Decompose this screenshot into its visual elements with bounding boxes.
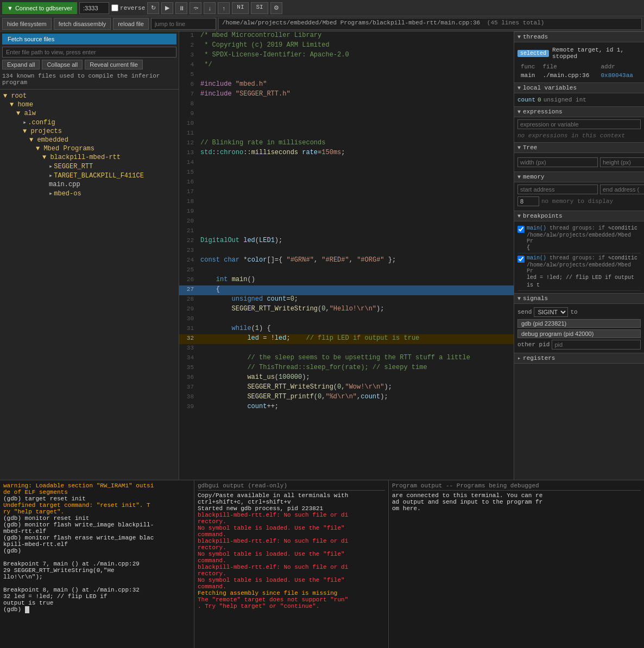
fetch-source-button[interactable]: Fetch source files [2,34,176,45]
collapse-all-button[interactable]: Collapse all [42,60,83,69]
threads-collapse-icon: ▼ [517,34,521,40]
threads-content: selected Remote target, id 1, stopped fu… [514,42,644,82]
mem-size-input[interactable] [517,196,539,206]
tree-width-input[interactable] [517,157,598,167]
list-item[interactable]: main.cpp [2,180,176,189]
threads-section-header[interactable]: ▼ threads [514,31,644,42]
file-path-input[interactable] [2,47,176,58]
breakpoints-label: breakpoints [523,213,563,219]
table-row: 10 [179,119,514,129]
to-label: to [570,309,577,315]
connect-button[interactable]: ▼ Connect to gdbserver [2,2,77,14]
signals-section-header[interactable]: ▼ signals [514,293,644,304]
left-panel: Fetch source files Expand all Collapse a… [0,31,179,480]
breakpoint-row: main() thread groups: if ✎conditic /home… [517,224,641,253]
table-row: 35 // ThisThread::sleep_for(rate); // sl… [179,364,514,373]
terminal-line: (gdb) monitor flash write_image blackpil… [3,522,191,528]
signal-select[interactable]: SIGINT [534,307,568,317]
mem-end-input[interactable] [600,185,644,194]
step-down-button[interactable]: ↓ [204,2,216,14]
step-up-button[interactable]: ↑ [218,2,230,14]
breakpoint-detail-2: main() thread groups: if ✎conditic /home… [527,255,641,289]
table-row: 32 led = !led; // flip LED if output is … [179,334,514,344]
jump-to-line-input[interactable] [151,18,216,30]
send-gdb-button[interactable]: gdb (pid 223821) [517,319,641,328]
pause-button[interactable]: ⏸ [175,2,187,14]
code-scroll[interactable]: 1 /* mbed Microcontroller Library 2 * Co… [179,31,514,480]
breakpoint-row: main() thread groups: if ✎conditic /home… [517,253,641,291]
signals-buttons: gdb (pid 223821) debug program (pid 4200… [517,318,641,351]
tree-height-input[interactable] [600,157,644,167]
breakpoint-checkbox-2[interactable] [517,256,525,263]
list-item[interactable]: ▼ projects [2,127,176,136]
table-row: 4 */ [179,61,514,71]
gdbgui-header: gdbgui output (read-only) [198,482,385,491]
program-output[interactable]: Program output -- Programs being debugge… [389,480,644,648]
list-item[interactable]: ▼ root [2,92,176,100]
port-input[interactable] [79,2,109,14]
terminal-line: No symbol table is loaded. Use the "file… [198,551,385,557]
other-pid-input[interactable] [552,340,641,350]
settings-button[interactable]: ⚙ [270,2,282,14]
table-row: 30 [179,315,514,325]
reload-file-button[interactable]: reload file [113,18,149,30]
local-vars-content: count 0 unsigned int [514,93,644,106]
terminal-line: (gdb) target reset init [3,495,191,502]
table-row: 2 * Copyright (c) 2019 ARM Limited [179,41,514,51]
send-debug-program-button[interactable]: debug program (pid 42000) [517,329,641,338]
tree-label: Tree [523,144,537,151]
expressions-section-header[interactable]: ▼ expressions [514,106,644,117]
local-vars-section-header[interactable]: ▼ local variables [514,82,644,93]
expression-input[interactable] [517,119,641,129]
table-row: 5 [179,71,514,80]
list-item[interactable]: ▼ alw [2,109,176,118]
breakpoint-checkbox-1[interactable] [517,226,525,233]
gdbgui-output[interactable]: gdbgui output (read-only) Copy/Paste ava… [194,480,389,648]
other-pid-row: other pid [517,340,641,350]
connect-arrow-icon: ▼ [7,5,13,11]
terminal-line: Fetching assembly since file is missing [198,590,385,596]
table-row: 20 [179,217,514,227]
no-memory-text: no memory to display [541,198,613,205]
terminal-line: Undefined target command: "reset init". … [3,502,191,509]
reverse-checkbox[interactable] [111,4,118,11]
right-panel: ▼ threads selected Remote target, id 1, … [514,31,644,480]
file-count: 134 known files used to compile the infe… [2,72,176,87]
refresh-button[interactable]: ↻ [147,2,159,14]
registers-section-header[interactable]: ▸ registers [514,353,644,364]
terminal-line: de of ELF segments [3,489,191,495]
expand-all-button[interactable]: Expand all [2,60,40,69]
terminal-line: No symbol table is loaded. Use the "file… [198,525,385,531]
terminal-line: rectory. [198,570,385,577]
table-row: 36 wait_us(100000); [179,373,514,383]
list-item[interactable]: ▸.config [2,118,176,127]
mem-start-input[interactable] [517,185,598,194]
registers-label: registers [523,355,555,361]
table-row: 17 [179,188,514,198]
terminal-line [3,554,191,561]
ni-button[interactable]: NI [232,2,249,14]
play-button[interactable]: ▶ [161,2,173,14]
signals-label: signals [523,295,548,302]
list-item[interactable]: ▸TARGET_BLACKPILL_F411CE [2,171,176,180]
memory-section-header[interactable]: ▼ memory [514,171,644,182]
si-button[interactable]: SI [251,2,268,14]
fetch-disasm-button[interactable]: fetch disassembly [54,18,111,30]
list-item[interactable]: ▼ Mbed Programs [2,144,176,153]
gdb-terminal[interactable]: warning: Loadable section "RW_IRAM1" out… [0,480,194,648]
list-item[interactable]: ▸mbed-os [2,189,176,198]
list-item[interactable]: ▼ blackpill-mbed-rtt [2,153,176,162]
hide-filesystem-button[interactable]: hide filesystem [2,18,52,30]
filepath-display: /home/alw/projects/embedded/Mbed Program… [218,18,642,30]
list-item[interactable]: ▼ home [2,100,176,109]
list-item[interactable]: ▼ embedded [2,136,176,144]
reveal-current-button[interactable]: Reveal current file [85,60,143,69]
tree-section-header[interactable]: ▼ Tree [514,142,644,153]
list-item[interactable]: ▸SEGGER_RTT [2,162,176,171]
terminal-line: rectory. [198,518,385,525]
step-over-button[interactable]: ⤼ [190,2,201,14]
table-row: 3 * SPDX-License-Identifier: Apache-2.0 [179,51,514,61]
table-row: 8 [179,100,514,110]
breakpoints-section-header[interactable]: ▼ breakpoints [514,211,644,221]
variable-row: count 0 unsigned int [517,96,641,104]
